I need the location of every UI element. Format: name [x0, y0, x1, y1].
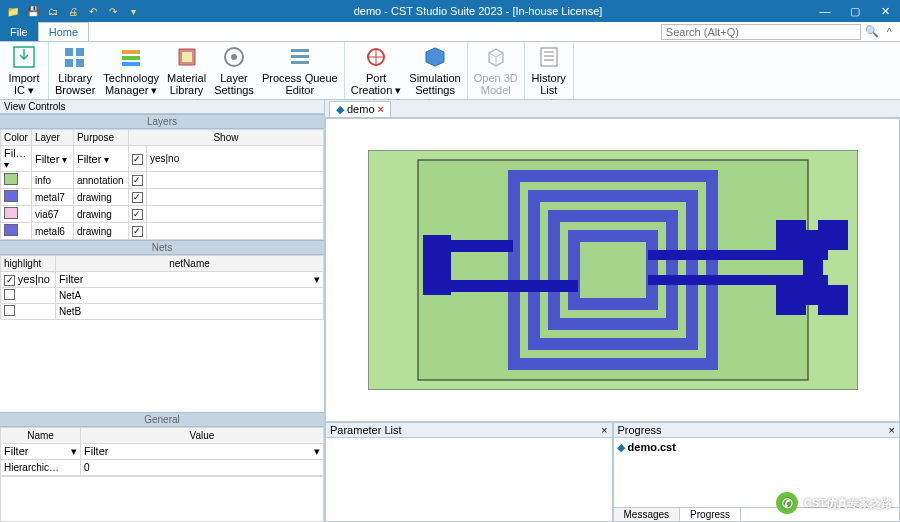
bottom-panels: Parameter List × Progress × ◆ demo.cst M…: [325, 422, 900, 522]
col-highlight[interactable]: highlight: [1, 256, 56, 272]
filter-purpose[interactable]: Filter ▾: [73, 146, 128, 172]
progress-tabs: Messages Progress: [614, 507, 900, 521]
file-icon: ◆: [336, 103, 344, 116]
open-3d-button[interactable]: Open 3D Model: [470, 42, 522, 98]
svg-rect-18: [706, 170, 718, 370]
file-tab[interactable]: File: [0, 22, 38, 41]
svg-rect-2: [76, 48, 84, 56]
library-label: Library Browser: [55, 72, 95, 96]
svg-rect-26: [666, 210, 678, 330]
nets-table: highlight netName ✓ yes|no Filter ▾ NetA…: [0, 255, 324, 320]
col-purpose[interactable]: Purpose: [73, 130, 128, 146]
import-label: Import IC ▾: [8, 72, 39, 96]
svg-rect-23: [528, 338, 698, 350]
svg-rect-24: [528, 190, 540, 350]
search-input[interactable]: [661, 24, 861, 40]
col-netname[interactable]: netName: [56, 256, 324, 272]
progress-close-icon[interactable]: ×: [889, 424, 895, 436]
save-icon[interactable]: 💾: [26, 4, 40, 18]
tab-demo[interactable]: ◆ demo ×: [329, 101, 391, 117]
undo-icon[interactable]: ↶: [86, 4, 100, 18]
svg-rect-21: [528, 190, 698, 202]
redo-icon[interactable]: ↷: [106, 4, 120, 18]
col-color[interactable]: Color: [1, 130, 32, 146]
filter-value[interactable]: Filter ▾: [81, 444, 324, 460]
svg-rect-5: [122, 50, 140, 54]
col-show[interactable]: Show: [128, 130, 323, 146]
search-icon[interactable]: 🔍: [861, 25, 883, 38]
material-library-button[interactable]: Material Library: [163, 42, 210, 98]
layout-canvas[interactable]: [325, 118, 900, 422]
library-icon: [62, 44, 88, 70]
filter-name[interactable]: Filter ▾: [1, 444, 81, 460]
svg-rect-29: [568, 230, 658, 242]
progress-tab[interactable]: Progress: [680, 508, 741, 521]
svg-point-9: [231, 54, 237, 60]
close-button[interactable]: ✕: [870, 0, 900, 22]
import-ic-button[interactable]: Import IC ▾: [2, 42, 46, 98]
layer-label: Layer Settings: [214, 72, 254, 96]
col-value[interactable]: Value: [81, 428, 324, 444]
title-bar: 📁 💾 🗂 🖨 ↶ ↷ ▾ demo - CST Studio Suite 20…: [0, 0, 900, 22]
maximize-button[interactable]: ▢: [840, 0, 870, 22]
process-queue-button[interactable]: Process Queue Editor: [258, 42, 342, 98]
menu-bar: File Home 🔍 ^: [0, 22, 900, 42]
svg-rect-27: [548, 318, 678, 330]
progress-panel: Progress × ◆ demo.cst Messages Progress: [613, 422, 901, 522]
material-label: Material Library: [167, 72, 206, 96]
layer-row-via67: via67 drawing ✓: [1, 206, 324, 223]
right-panel: ◆ demo ×: [325, 100, 900, 522]
general-table: Name Value Filter ▾ Filter ▾ Hierarchic……: [0, 427, 324, 476]
messages-tab[interactable]: Messages: [614, 508, 681, 521]
general-empty-area: [0, 476, 324, 522]
folder-icon[interactable]: 📁: [6, 4, 20, 18]
filter-layer[interactable]: Filter ▾: [31, 146, 73, 172]
svg-rect-11: [291, 55, 309, 58]
open3d-label: Open 3D Model: [474, 72, 518, 96]
filter-color[interactable]: Fil…▾: [1, 146, 32, 172]
port-icon: [363, 44, 389, 70]
filter-highlight[interactable]: ✓ yes|no: [1, 272, 56, 288]
technology-manager-button[interactable]: Technology Manager ▾: [99, 42, 163, 98]
net-row-b: NetB: [1, 304, 324, 320]
library-browser-button[interactable]: Library Browser: [51, 42, 99, 98]
svg-rect-36: [648, 275, 828, 285]
svg-rect-22: [686, 190, 698, 350]
minimize-button[interactable]: —: [810, 0, 840, 22]
filter-netname[interactable]: Filter ▾: [56, 272, 324, 288]
ribbon-collapse-icon[interactable]: ^: [883, 26, 896, 38]
col-layer[interactable]: Layer: [31, 130, 73, 146]
view-controls-panel: View Controls Layers Color Layer Purpose…: [0, 100, 325, 522]
queue-label: Process Queue Editor: [262, 72, 338, 96]
qat-dropdown-icon[interactable]: ▾: [126, 4, 140, 18]
tab-close-icon[interactable]: ×: [378, 103, 384, 115]
tech-label: Technology Manager ▾: [103, 72, 159, 96]
history-label: History List: [532, 72, 566, 96]
layer-row-info: info annotation ✓: [1, 172, 324, 189]
simulation-settings-button[interactable]: Simulation Settings: [405, 42, 464, 98]
home-tab[interactable]: Home: [38, 22, 89, 41]
material-icon: [174, 44, 200, 70]
layer-row-metal6: metal6 drawing ✓: [1, 223, 324, 240]
import-icon: [11, 44, 37, 70]
param-close-icon[interactable]: ×: [601, 424, 607, 436]
filter-show-yesno[interactable]: yes|no: [146, 146, 323, 172]
layer-settings-button[interactable]: Layer Settings: [210, 42, 258, 98]
port-creation-button[interactable]: Port Creation ▾: [347, 42, 406, 98]
param-header: Parameter List: [330, 424, 402, 436]
progress-header: Progress: [618, 424, 662, 436]
svg-rect-1: [65, 48, 73, 56]
filter-show-check[interactable]: ✓: [128, 146, 146, 172]
col-name[interactable]: Name: [1, 428, 81, 444]
general-row: Hierarchic… 0: [1, 460, 324, 476]
progress-body: ◆ demo.cst: [614, 438, 900, 507]
saveall-icon[interactable]: 🗂: [46, 4, 60, 18]
ribbon-group-settings: Library Browser Technology Manager ▾ Mat…: [49, 42, 345, 99]
print-icon[interactable]: 🖨: [66, 4, 80, 18]
sim-label: Simulation Settings: [409, 72, 460, 96]
svg-rect-28: [548, 210, 560, 330]
history-list-button[interactable]: History List: [527, 42, 571, 98]
svg-rect-14: [541, 48, 557, 66]
cst-file-icon: ◆: [617, 441, 625, 453]
svg-rect-4: [76, 59, 84, 67]
